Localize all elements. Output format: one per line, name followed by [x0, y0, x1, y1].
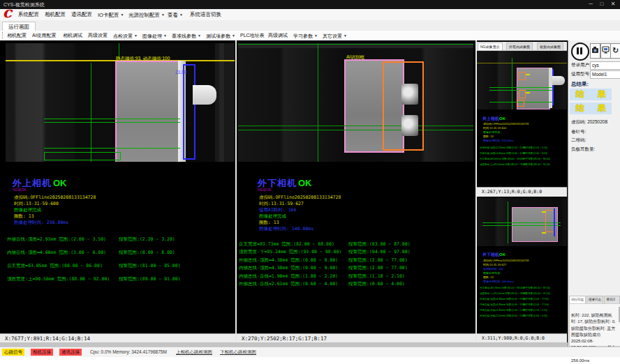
menu-camera-config[interactable]: 相机配置: [45, 9, 66, 20]
measurement-label: 内侧左线-音线=1.90mm 范围:(1.00 ~ 2.20): [239, 273, 338, 280]
measure-line-overlay: [91, 63, 91, 162]
time-line: 时间:13-31-59-600: [483, 126, 506, 130]
time-line: 时间:13-31-59-600: [14, 201, 59, 207]
camera-image-left[interactable]: 静态阈值:93, 动态阈值:100 23.88: [6, 43, 235, 162]
total-result-label: 总结果:: [571, 81, 589, 88]
tool-test-param[interactable]: 测试项参数 ▼: [206, 31, 235, 40]
measurement-label: 外侧左线-音线=2.61mm 范围:(0.60 ~ 4.00): [239, 281, 338, 287]
camera-name: 外下相机: [482, 252, 499, 257]
measurement-label: 音叉宽度=83.05mm 范围:(80.00 ~ 86.00): [7, 263, 103, 269]
refresh-icon: ↻: [612, 46, 619, 54]
menu-io-config[interactable]: IO卡配置 ▼: [98, 9, 124, 20]
menu-comm-config[interactable]: 通讯配置: [71, 9, 92, 20]
menu-light-config[interactable]: 光源控制配置 ▼: [128, 9, 165, 20]
chevron-down-icon: ▼: [314, 33, 318, 38]
status-bar: 心跳信号 相机连接 通讯连接 Cpu: 0.0% Memory: 3424.41…: [0, 347, 620, 357]
ai-detect-roi-overlay: [517, 100, 524, 107]
maximize-button[interactable]: □: [596, 0, 607, 9]
menu-system-config[interactable]: 系统配置: [18, 9, 39, 20]
tool-ai-config[interactable]: AI使用配置: [32, 31, 57, 40]
tool-plc-table[interactable]: PLC地址表: [240, 31, 265, 40]
tool-camera-debug[interactable]: 相机调试: [63, 31, 82, 40]
connector-part: [193, 85, 216, 105]
measure-line-overlay: [238, 130, 473, 130]
refresh-button[interactable]: ↻: [610, 43, 620, 59]
measurement-label: 音叉宽度=83.73mm 范围:(82.00 ~ 88.00): [480, 287, 524, 289]
login-user-label: 登录用户:: [571, 62, 591, 68]
log-view[interactable]: 耗时: 222, 缺陷检测耗时: 17, 缺陷分割耗时: 0, 缺陷提取分割耗时…: [569, 303, 620, 347]
tool-advanced-set[interactable]: 高级设置: [88, 31, 108, 40]
winding-pin-label: 卷针号:: [571, 129, 586, 135]
process-time-line: 图像处理时间: 256.00ms: [483, 139, 514, 142]
tool-advanced-debug[interactable]: 高级调试: [268, 31, 288, 40]
measurement-label: 音叉宽度=83.05mm 范围:(80.00 ~ 86.00): [480, 158, 524, 160]
ai-detect-roi-overlay: [519, 90, 526, 98]
tab-ng-image[interactable]: NG成像显示: [478, 43, 503, 51]
alarm-range: 报警范围:(81.00 ~ 85.00): [119, 263, 181, 269]
measurement-label: 顶面宽度-下=95.24mm 范围:(93.00 ~ 98.00): [239, 249, 341, 255]
monitor-view-button[interactable]: [600, 43, 611, 59]
ai-detect-roi-overlay: [519, 72, 526, 80]
app-logo-icon: C: [3, 8, 11, 20]
tab-latest-image[interactable]: 最新内成像图: [537, 43, 563, 51]
tool-spot-check[interactable]: 点检设置 ▼: [113, 31, 138, 40]
title-bar: CYS-视觉检测系统 ─ □ ✕: [0, 0, 620, 9]
alarm-range: 报警范围:(0.60 ~ 4.00): [523, 314, 547, 317]
measure-box-overlay: [44, 152, 121, 160]
pixel-coordinates: X:270;Y:2502;R:17;G:17;B:17: [242, 335, 327, 342]
camera-panel-small-top: NG成像显示 所有内成像图 最新内成像图 外上相机OK 虚拟码:OFFline2…: [477, 40, 567, 196]
tool-baseline-param[interactable]: 基准线参数 ▼: [172, 31, 201, 40]
camera-capture-button[interactable]: [590, 43, 600, 59]
alarm-range: 报警范围:(1.10 ~ 2.10): [348, 273, 405, 280]
field-label: 虚拟码:: [571, 119, 586, 124]
measure-line-overlay: [508, 202, 508, 243]
measurement-label: 内侧左线-顶面=4.38mm 范围:(0.00 ~ 9.00): [480, 303, 526, 306]
measurement-label: 外侧左线-音线=2.61mm 范围:(0.60 ~ 4.00): [480, 314, 526, 317]
pause-button[interactable]: [571, 43, 589, 61]
chevron-down-icon: ▼: [344, 33, 347, 38]
process-done-line: 图像处理完成: [483, 130, 500, 134]
tool-camera-config[interactable]: 相机配置: [7, 31, 27, 40]
menu-view[interactable]: 查看 ▼: [168, 9, 183, 20]
application-window: CYS-视觉检测系统 ─ □ ✕ C 系统配置 相机配置 通讯配置 IO卡配置 …: [0, 0, 620, 364]
process-done-line: 图像处理完成: [259, 213, 286, 220]
heartbeat-status-badge: 心跳信号: [2, 349, 24, 356]
side-panel: ↻ 登录用户: cys 使用型号: Model1 总结果: 结 果 结 果 虚拟…: [568, 40, 620, 347]
ai-detect-roi-overlay: [383, 61, 424, 151]
measurement-label: 外侧音线-顶面=2.93mm 范围:(2.00 ~ 3.50): [7, 236, 106, 243]
close-button[interactable]: ✕: [607, 0, 619, 9]
alarm-range: 报警范围:(83.00 ~ 87.00): [348, 241, 411, 248]
tab-all-images[interactable]: 所有内成像图: [506, 43, 533, 51]
login-user-field[interactable]: cys: [590, 61, 620, 70]
measurement-label: 内侧音线-顶面=4.60mm 范围:(3.00 ~ 6.00): [480, 152, 526, 155]
baseline-overlay: [477, 63, 567, 63]
measure-line-overlay: [238, 44, 473, 45]
measurement-label: 顶面宽度-上=90.56mm 范围:(88.00 ~ 92.00): [480, 163, 527, 166]
page-tab-bar: 运行画面: [0, 20, 620, 31]
lower-camera-heartbeat-link[interactable]: 下相机心跳检测图: [220, 349, 256, 356]
tool-learn-param[interactable]: 学习参数 ▼: [293, 31, 318, 40]
measure-line-overlay: [44, 122, 180, 123]
menu-language-switch[interactable]: 系统语言切换: [190, 9, 221, 20]
time-line: 时间:13-31-59-627: [483, 263, 506, 266]
camera-image-small-bottom[interactable]: [477, 197, 567, 246]
minimize-button[interactable]: ─: [585, 0, 596, 9]
camera-panel-center: AI识别框 外下相机OK NG或OK 虚拟码:OFFline2025020813…: [237, 40, 475, 342]
turn-count-line: 圈数: 13: [483, 275, 494, 279]
measure-value-overlay: [526, 92, 530, 93]
camera-name: 外下相机: [258, 178, 297, 188]
camera-image-center[interactable]: AI识别框: [238, 43, 473, 162]
tool-image-process[interactable]: 图像处理 ▼: [142, 31, 167, 40]
camera-image-small-top[interactable]: [477, 51, 567, 109]
model-field[interactable]: Model1: [590, 70, 620, 79]
process-time-line: 图像处理时间: 140.00ms: [259, 226, 313, 232]
upper-camera-heartbeat-link[interactable]: 上相机心跳检测图: [176, 349, 212, 356]
turn-count-line: 圈数: 13: [483, 135, 494, 138]
alarm-range: 报警范围:(89.00 ~ 91.00): [119, 276, 181, 282]
tool-other-settings[interactable]: 其它设置 ▼: [323, 31, 347, 40]
threshold-overlay-label: 静态阈值:93, 动态阈值:100: [116, 56, 170, 62]
measure-line-overlay: [238, 126, 473, 126]
tab-run-screen[interactable]: 运行画面: [2, 22, 36, 31]
measure-value-overlay: [526, 74, 530, 75]
mini-result-title: 外下相机OK: [482, 252, 505, 258]
